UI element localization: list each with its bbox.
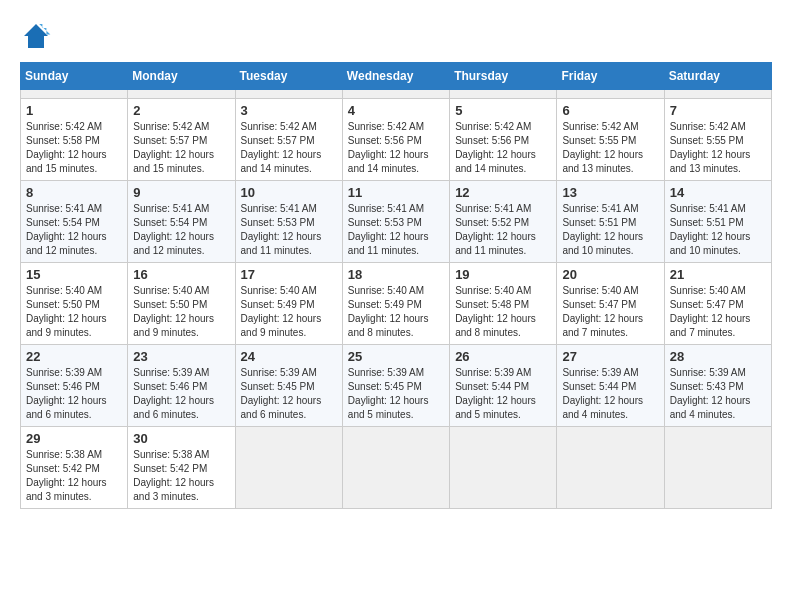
calendar-cell [21,90,128,99]
calendar-cell [235,90,342,99]
calendar-cell: 28Sunrise: 5:39 AMSunset: 5:43 PMDayligh… [664,345,771,427]
day-info: Sunrise: 5:38 AMSunset: 5:42 PMDaylight:… [133,448,229,504]
day-info: Sunrise: 5:38 AMSunset: 5:42 PMDaylight:… [26,448,122,504]
day-info: Sunrise: 5:40 AMSunset: 5:47 PMDaylight:… [670,284,766,340]
day-info: Sunrise: 5:42 AMSunset: 5:58 PMDaylight:… [26,120,122,176]
day-info: Sunrise: 5:39 AMSunset: 5:46 PMDaylight:… [26,366,122,422]
calendar-cell [450,427,557,509]
calendar-table: SundayMondayTuesdayWednesdayThursdayFrid… [20,62,772,509]
day-info: Sunrise: 5:41 AMSunset: 5:54 PMDaylight:… [133,202,229,258]
calendar-week-row: 1Sunrise: 5:42 AMSunset: 5:58 PMDaylight… [21,99,772,181]
day-number: 21 [670,267,766,282]
day-number: 27 [562,349,658,364]
calendar-cell: 17Sunrise: 5:40 AMSunset: 5:49 PMDayligh… [235,263,342,345]
day-info: Sunrise: 5:42 AMSunset: 5:57 PMDaylight:… [133,120,229,176]
day-number: 15 [26,267,122,282]
calendar-cell: 19Sunrise: 5:40 AMSunset: 5:48 PMDayligh… [450,263,557,345]
weekday-header: Monday [128,63,235,90]
calendar-cell: 23Sunrise: 5:39 AMSunset: 5:46 PMDayligh… [128,345,235,427]
day-info: Sunrise: 5:40 AMSunset: 5:50 PMDaylight:… [26,284,122,340]
calendar-cell: 29Sunrise: 5:38 AMSunset: 5:42 PMDayligh… [21,427,128,509]
calendar-cell: 7Sunrise: 5:42 AMSunset: 5:55 PMDaylight… [664,99,771,181]
page-header [20,20,772,52]
weekday-header: Friday [557,63,664,90]
calendar-week-row [21,90,772,99]
day-info: Sunrise: 5:42 AMSunset: 5:55 PMDaylight:… [562,120,658,176]
calendar-cell: 14Sunrise: 5:41 AMSunset: 5:51 PMDayligh… [664,181,771,263]
day-number: 11 [348,185,444,200]
day-info: Sunrise: 5:40 AMSunset: 5:49 PMDaylight:… [348,284,444,340]
svg-marker-0 [24,24,48,48]
day-number: 2 [133,103,229,118]
calendar-cell: 12Sunrise: 5:41 AMSunset: 5:52 PMDayligh… [450,181,557,263]
calendar-cell: 20Sunrise: 5:40 AMSunset: 5:47 PMDayligh… [557,263,664,345]
day-info: Sunrise: 5:42 AMSunset: 5:57 PMDaylight:… [241,120,337,176]
day-number: 3 [241,103,337,118]
day-info: Sunrise: 5:40 AMSunset: 5:49 PMDaylight:… [241,284,337,340]
day-number: 13 [562,185,658,200]
calendar-cell: 16Sunrise: 5:40 AMSunset: 5:50 PMDayligh… [128,263,235,345]
calendar-cell: 18Sunrise: 5:40 AMSunset: 5:49 PMDayligh… [342,263,449,345]
day-number: 7 [670,103,766,118]
day-info: Sunrise: 5:41 AMSunset: 5:53 PMDaylight:… [348,202,444,258]
day-number: 19 [455,267,551,282]
day-number: 16 [133,267,229,282]
weekday-header: Thursday [450,63,557,90]
logo-icon [20,20,52,52]
day-number: 17 [241,267,337,282]
day-number: 14 [670,185,766,200]
day-info: Sunrise: 5:41 AMSunset: 5:51 PMDaylight:… [562,202,658,258]
day-info: Sunrise: 5:40 AMSunset: 5:48 PMDaylight:… [455,284,551,340]
day-number: 28 [670,349,766,364]
day-number: 23 [133,349,229,364]
calendar-week-row: 8Sunrise: 5:41 AMSunset: 5:54 PMDaylight… [21,181,772,263]
weekday-header: Saturday [664,63,771,90]
day-number: 20 [562,267,658,282]
day-info: Sunrise: 5:40 AMSunset: 5:50 PMDaylight:… [133,284,229,340]
weekday-header-row: SundayMondayTuesdayWednesdayThursdayFrid… [21,63,772,90]
day-info: Sunrise: 5:39 AMSunset: 5:45 PMDaylight:… [241,366,337,422]
calendar-cell: 21Sunrise: 5:40 AMSunset: 5:47 PMDayligh… [664,263,771,345]
day-number: 12 [455,185,551,200]
day-info: Sunrise: 5:41 AMSunset: 5:54 PMDaylight:… [26,202,122,258]
day-info: Sunrise: 5:39 AMSunset: 5:46 PMDaylight:… [133,366,229,422]
calendar-cell: 13Sunrise: 5:41 AMSunset: 5:51 PMDayligh… [557,181,664,263]
weekday-header: Sunday [21,63,128,90]
calendar-cell: 2Sunrise: 5:42 AMSunset: 5:57 PMDaylight… [128,99,235,181]
calendar-cell: 5Sunrise: 5:42 AMSunset: 5:56 PMDaylight… [450,99,557,181]
calendar-cell: 6Sunrise: 5:42 AMSunset: 5:55 PMDaylight… [557,99,664,181]
day-number: 25 [348,349,444,364]
day-info: Sunrise: 5:41 AMSunset: 5:51 PMDaylight:… [670,202,766,258]
day-info: Sunrise: 5:41 AMSunset: 5:52 PMDaylight:… [455,202,551,258]
calendar-cell [128,90,235,99]
calendar-cell: 27Sunrise: 5:39 AMSunset: 5:44 PMDayligh… [557,345,664,427]
calendar-week-row: 22Sunrise: 5:39 AMSunset: 5:46 PMDayligh… [21,345,772,427]
calendar-cell [342,90,449,99]
day-info: Sunrise: 5:39 AMSunset: 5:43 PMDaylight:… [670,366,766,422]
day-number: 26 [455,349,551,364]
calendar-week-row: 15Sunrise: 5:40 AMSunset: 5:50 PMDayligh… [21,263,772,345]
weekday-header: Tuesday [235,63,342,90]
day-info: Sunrise: 5:42 AMSunset: 5:56 PMDaylight:… [348,120,444,176]
calendar-cell: 3Sunrise: 5:42 AMSunset: 5:57 PMDaylight… [235,99,342,181]
calendar-cell: 15Sunrise: 5:40 AMSunset: 5:50 PMDayligh… [21,263,128,345]
day-number: 9 [133,185,229,200]
day-number: 8 [26,185,122,200]
day-number: 5 [455,103,551,118]
day-number: 10 [241,185,337,200]
calendar-cell: 25Sunrise: 5:39 AMSunset: 5:45 PMDayligh… [342,345,449,427]
day-number: 30 [133,431,229,446]
day-number: 29 [26,431,122,446]
calendar-cell [557,427,664,509]
calendar-cell: 1Sunrise: 5:42 AMSunset: 5:58 PMDaylight… [21,99,128,181]
calendar-cell [664,90,771,99]
calendar-cell: 9Sunrise: 5:41 AMSunset: 5:54 PMDaylight… [128,181,235,263]
calendar-cell: 4Sunrise: 5:42 AMSunset: 5:56 PMDaylight… [342,99,449,181]
calendar-cell: 8Sunrise: 5:41 AMSunset: 5:54 PMDaylight… [21,181,128,263]
day-info: Sunrise: 5:39 AMSunset: 5:45 PMDaylight:… [348,366,444,422]
day-number: 24 [241,349,337,364]
day-info: Sunrise: 5:39 AMSunset: 5:44 PMDaylight:… [455,366,551,422]
calendar-cell: 10Sunrise: 5:41 AMSunset: 5:53 PMDayligh… [235,181,342,263]
day-info: Sunrise: 5:40 AMSunset: 5:47 PMDaylight:… [562,284,658,340]
calendar-cell [557,90,664,99]
